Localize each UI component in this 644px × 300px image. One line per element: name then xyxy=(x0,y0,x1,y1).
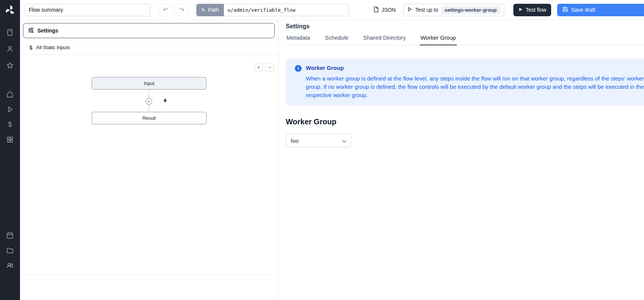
result-node[interactable]: Result xyxy=(92,112,206,124)
worker-group-heading: Worker Group xyxy=(286,118,644,126)
panel-bottom-divider xyxy=(20,274,278,275)
tab-schedule[interactable]: Schedule xyxy=(324,33,350,45)
flow-settings-label: Settings xyxy=(37,28,58,34)
sidebar: $ xyxy=(0,0,20,300)
all-static-inputs-label: All Static Inputs xyxy=(36,45,70,50)
json-button[interactable]: JSON xyxy=(372,6,397,14)
flow-summary-input[interactable] xyxy=(25,4,150,16)
flow-settings-button[interactable]: Settings xyxy=(23,23,275,38)
play-outline-icon xyxy=(407,7,412,13)
add-step-button[interactable]: + xyxy=(146,98,152,105)
tab-shared-directory[interactable]: Shared Directory xyxy=(362,33,407,45)
test-flow-button[interactable]: Test flow xyxy=(513,4,551,16)
info-body: When a worker group is defined at the fl… xyxy=(306,74,644,99)
json-file-icon xyxy=(373,6,379,14)
star-icon[interactable] xyxy=(3,58,18,73)
app-root: $ xyxy=(0,0,644,300)
save-draft-label: Save draft xyxy=(571,7,595,13)
settings-panel-title: Settings xyxy=(286,23,644,30)
save-icon xyxy=(562,6,568,13)
info-icon: i xyxy=(295,65,302,72)
sliders-icon xyxy=(28,27,34,34)
calendar-icon[interactable] xyxy=(3,227,18,243)
input-node[interactable]: Input xyxy=(92,77,206,90)
path-group: ✎ Path xyxy=(196,4,349,16)
all-static-inputs-button[interactable]: $ All Static Inputs xyxy=(20,40,278,55)
info-content: Worker Group When a worker group is defi… xyxy=(306,65,644,99)
windmill-logo-icon[interactable] xyxy=(5,5,16,17)
grid-icon[interactable] xyxy=(3,132,18,147)
undo-icon: ↶ xyxy=(163,7,168,13)
path-edit-button[interactable]: ✎ Path xyxy=(196,4,224,16)
test-up-to-button[interactable]: Test up to settings-worker-group xyxy=(403,4,504,16)
tab-worker-group[interactable]: Worker Group xyxy=(420,33,457,45)
undo-button[interactable]: ↶ xyxy=(159,4,173,16)
sidebar-top-group xyxy=(3,25,18,73)
content: Settings $ All Static Inputs + − Input + xyxy=(20,20,644,300)
home-icon[interactable] xyxy=(3,87,18,102)
main-column: ↶ ↷ ✎ Path JSON xyxy=(20,0,644,300)
zoom-controls: + − xyxy=(254,63,274,71)
topbar: ↶ ↷ ✎ Path JSON xyxy=(20,0,644,20)
chevron-down-icon xyxy=(342,138,347,144)
users-icon[interactable] xyxy=(3,258,18,273)
save-draft-button[interactable]: Save draft xyxy=(557,4,644,16)
settings-tabs: Metadata Schedule Shared Directory Worke… xyxy=(286,33,644,45)
trigger-bolt-icon[interactable] xyxy=(162,98,168,105)
path-input[interactable] xyxy=(224,4,349,16)
book-icon[interactable] xyxy=(3,25,18,40)
test-flow-label: Test flow xyxy=(526,7,546,13)
settings-panel: Settings Metadata Schedule Shared Direct… xyxy=(279,20,644,300)
zoom-out-button[interactable]: − xyxy=(265,63,274,71)
sidebar-bottom-group xyxy=(3,227,18,273)
tab-metadata[interactable]: Metadata xyxy=(286,33,311,45)
worker-group-select-value: foo xyxy=(291,138,299,144)
dollar-icon[interactable]: $ xyxy=(3,117,18,132)
pencil-icon: ✎ xyxy=(201,7,205,13)
flow-editor-panel: Settings $ All Static Inputs + − Input + xyxy=(20,20,279,300)
test-up-to-label: Test up to xyxy=(415,7,438,13)
worker-group-select[interactable]: foo xyxy=(286,134,351,147)
play-filled-icon xyxy=(518,7,523,13)
json-button-label: JSON xyxy=(382,7,396,13)
dollar-icon: $ xyxy=(29,45,32,51)
zoom-in-button[interactable]: + xyxy=(254,63,263,71)
worker-group-badge: settings-worker-group xyxy=(441,6,500,14)
info-title: Worker Group xyxy=(306,65,644,71)
redo-button[interactable]: ↷ xyxy=(175,4,189,16)
path-label: Path xyxy=(208,7,219,13)
plus-icon: + xyxy=(148,99,150,104)
user-icon[interactable] xyxy=(3,41,18,56)
worker-group-info-box: i Worker Group When a worker group is de… xyxy=(286,59,644,105)
play-icon[interactable] xyxy=(3,102,18,117)
sidebar-middle-group: $ xyxy=(3,87,18,147)
folder-icon[interactable] xyxy=(3,243,18,258)
redo-icon: ↷ xyxy=(179,7,184,13)
